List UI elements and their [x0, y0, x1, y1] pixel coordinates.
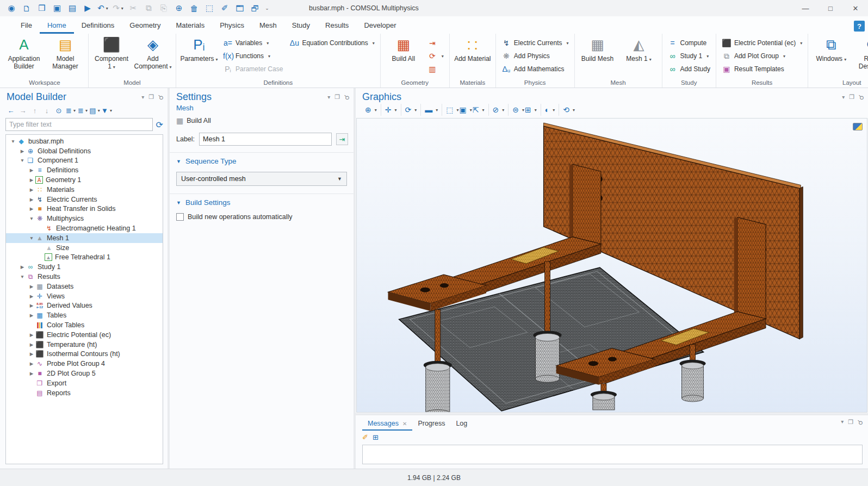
float-panel-icon[interactable]: ❐: [148, 94, 154, 101]
customize-toolbar-icon[interactable]: ⌄: [263, 2, 271, 15]
app-logo-icon[interactable]: ◉: [4, 2, 18, 15]
expander-icon[interactable]: ▶: [28, 206, 35, 211]
tree-item-results[interactable]: ▼⧉Results: [6, 272, 163, 282]
ribbon-tab-definitions[interactable]: Definitions: [74, 18, 122, 34]
forward-icon[interactable]: →: [17, 105, 28, 116]
preview-selected-icon[interactable]: 🗔: [233, 2, 247, 15]
ribbon-study-button[interactable]: ∞Study 1▾: [666, 49, 712, 63]
clear-selection-icon[interactable]: ✐: [218, 2, 232, 15]
tree-item-mesh-1[interactable]: ▼▲Mesh 1: [6, 233, 163, 243]
open-in-table-icon[interactable]: ⊞: [373, 433, 379, 441]
undo-icon[interactable]: ↶▾: [96, 2, 110, 15]
ribbon-tab-mesh[interactable]: Mesh: [252, 18, 284, 34]
tree-item-datasets[interactable]: ▶▦Datasets: [6, 282, 163, 291]
ribbon-application-builder-button[interactable]: AApplication Builder: [4, 35, 44, 70]
tree-item-global-definitions[interactable]: ▶⊕Global Definitions: [6, 146, 163, 156]
clear-messages-icon[interactable]: ✐: [362, 433, 368, 441]
tree-item-definitions[interactable]: ▶≡Definitions: [6, 165, 163, 175]
ribbon-reset-desktop-button[interactable]: ⟳Reset Desktop▾: [853, 35, 868, 71]
expander-icon[interactable]: ▶: [28, 294, 35, 299]
expander-icon[interactable]: ▶: [28, 187, 35, 192]
move-down-icon[interactable]: ↓: [41, 105, 52, 116]
ribbon-tab-study[interactable]: Study: [284, 18, 318, 34]
expander-icon[interactable]: ▼: [9, 139, 17, 144]
tree-item-derived-values[interactable]: ▶8.85e-12Derived Values: [6, 301, 163, 311]
build-all-button[interactable]: ▦ Build All: [170, 112, 354, 127]
grid-icon[interactable]: ⊞▾: [525, 104, 537, 116]
snapshot-icon[interactable]: [853, 123, 863, 130]
expander-icon[interactable]: ▼: [18, 274, 26, 279]
tree-item-electric-currents[interactable]: ▶↯Electric Currents: [6, 195, 163, 204]
panel-menu-icon[interactable]: ▾: [327, 94, 330, 100]
tree-item-electric-potential-ec-[interactable]: ▶⬛Electric Potential (ec): [6, 330, 163, 340]
expander-icon[interactable]: ▶: [28, 361, 35, 366]
expander-icon[interactable]: ▶: [18, 148, 26, 154]
maximize-button[interactable]: □: [818, 0, 843, 16]
expander-icon[interactable]: ▶: [18, 264, 26, 270]
panel-menu-icon[interactable]: ▾: [141, 94, 144, 100]
select-box-icon[interactable]: ⬚▾: [446, 104, 458, 116]
go-to-view-icon[interactable]: ✛▾: [385, 104, 397, 116]
panel-menu-icon[interactable]: ▾: [842, 94, 845, 100]
ribbon-add-study-button[interactable]: ∞Add Study: [666, 63, 712, 76]
select-entities-icon[interactable]: ⇱▾: [473, 104, 485, 116]
tree-item-multiphysics[interactable]: ▼❋Multiphysics: [6, 214, 163, 223]
sequence-type-header[interactable]: ▼ Sequence Type: [176, 157, 347, 165]
paste-icon[interactable]: ⎘: [157, 2, 171, 15]
box-select-icon[interactable]: ⬚: [202, 2, 216, 15]
expander-icon[interactable]: ▶: [28, 342, 35, 347]
tree-item-2d-plot-group-5[interactable]: ▶■2D Plot Group 5: [6, 369, 163, 378]
ribbon-partition-button[interactable]: ▥: [425, 63, 446, 76]
ribbon-add-plot-group-button[interactable]: ⧉Add Plot Group▾: [720, 49, 804, 63]
open-icon[interactable]: ❒: [35, 2, 49, 15]
ribbon-tab-developer[interactable]: Developer: [356, 18, 404, 34]
expand-all-icon[interactable]: ≣▾: [77, 105, 88, 116]
ribbon-add-component-button[interactable]: ◈Add Component▾: [133, 35, 172, 71]
ribbon-result-templates-button[interactable]: ▣Result Templates: [720, 63, 804, 76]
tree-item-geometry-1[interactable]: ▶AGeometry 1: [6, 175, 163, 185]
build-settings-header[interactable]: ▼ Build Settings: [176, 198, 347, 207]
rotate-icon[interactable]: ⟳▾: [405, 104, 417, 116]
build-new-operations-checkbox[interactable]: [176, 213, 184, 221]
ribbon-tab-file[interactable]: File: [13, 18, 40, 34]
expander-icon[interactable]: ▶: [28, 167, 35, 173]
tree-item-probe-plot-group-4[interactable]: ▶∿Probe Plot Group 4: [6, 359, 163, 369]
expander-icon[interactable]: ▶: [28, 313, 35, 318]
expander-icon[interactable]: ▼: [18, 158, 26, 163]
mesh-label-input[interactable]: [199, 133, 332, 146]
ribbon-plot-group-3d-button[interactable]: ⬛Electric Potential (ec)▾: [720, 36, 804, 49]
ribbon-add-material-button[interactable]: ⸬Add Material: [453, 35, 492, 63]
scene-light-icon[interactable]: ◐▾: [545, 104, 555, 116]
tree-item-color-tables[interactable]: Color Tables: [6, 320, 163, 330]
zoom-icon[interactable]: ⊕▾: [365, 104, 377, 116]
ribbon-variables-button[interactable]: a=Variables▾: [221, 36, 285, 49]
ribbon-tab-physics[interactable]: Physics: [212, 18, 252, 34]
zoom-selected-icon[interactable]: ▣▾: [460, 104, 472, 116]
pin-panel-icon[interactable]: ⚲: [857, 92, 866, 101]
ribbon-tab-materials[interactable]: Materials: [168, 18, 212, 34]
pin-panel-icon[interactable]: ⚲: [856, 418, 865, 427]
tree-item-isothermal-contours-ht-[interactable]: ▶⬛Isothermal Contours (ht): [6, 350, 163, 359]
tree-item-materials[interactable]: ▶∷Materials: [6, 185, 163, 195]
refresh-icon[interactable]: ⟳: [156, 120, 163, 130]
ribbon-electric-currents-button[interactable]: ↯Electric Currents▾: [499, 36, 571, 49]
expander-icon[interactable]: ▶: [28, 197, 35, 202]
expander-icon[interactable]: ▶: [28, 284, 35, 289]
ribbon-tab-results[interactable]: Results: [318, 18, 356, 34]
wireframe-rendering-icon[interactable]: ⊜▾: [512, 104, 524, 116]
cut-icon[interactable]: ✂: [126, 2, 140, 15]
run-icon[interactable]: ▶: [80, 2, 95, 15]
tree-item-free-tetrahedral-1[interactable]: ▲Free Tetrahedral 1: [6, 253, 163, 263]
close-tab-icon[interactable]: ✕: [402, 421, 407, 427]
graphics-canvas[interactable]: [356, 118, 867, 413]
save-as-icon[interactable]: ▤: [65, 2, 79, 15]
ribbon-insert-sequence-button[interactable]: ⇥: [425, 36, 446, 49]
sequence-type-select[interactable]: User-controlled mesh ▼: [176, 172, 347, 186]
dock-tab-progress[interactable]: Progress: [412, 418, 450, 431]
expander-icon[interactable]: ▼: [28, 235, 35, 241]
float-panel-icon[interactable]: ❐: [849, 94, 854, 101]
dock-tab-log[interactable]: Log: [450, 418, 473, 431]
tree-item-study-1[interactable]: ▶∞Study 1: [6, 262, 163, 272]
move-up-icon[interactable]: ↑: [29, 105, 40, 116]
ribbon-build-all-geometry-button[interactable]: ▦Build All: [384, 35, 423, 63]
